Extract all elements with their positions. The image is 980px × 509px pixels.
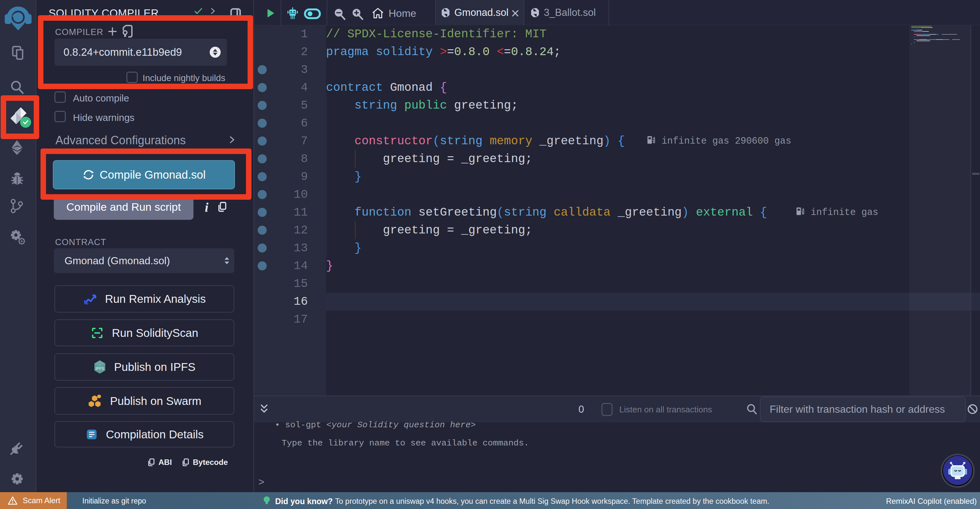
svg-text:IPFS: IPFS (95, 366, 104, 371)
